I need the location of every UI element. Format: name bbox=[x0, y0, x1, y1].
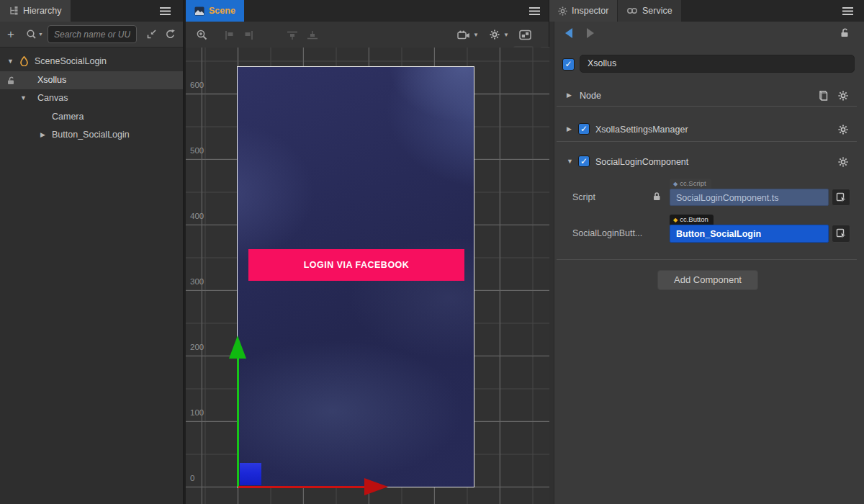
inspector-gear-icon bbox=[558, 6, 567, 16]
tab-service-label: Service bbox=[642, 6, 672, 16]
inspector-panel: Inspector Service ✓ Xsollus ▶ Node ▶ ✓ X… bbox=[549, 0, 864, 504]
add-component-button[interactable]: Add Component bbox=[657, 270, 758, 290]
tree-item-label: Xsollus bbox=[37, 71, 183, 90]
axis-x-arrow-icon[interactable] bbox=[364, 478, 388, 495]
layout-grid-icon[interactable] bbox=[519, 30, 531, 40]
tree-item-xsollus[interactable]: Xsollus bbox=[0, 71, 183, 90]
type-badge: ◆cc.Button bbox=[670, 215, 714, 225]
component-title: XsollaSettingsManager bbox=[595, 125, 688, 135]
ruler-label: 500 bbox=[190, 146, 204, 155]
type-diamond-icon: ◆ bbox=[673, 217, 678, 223]
section-divider bbox=[557, 141, 857, 142]
tree-item-canvas[interactable]: ▼ Canvas bbox=[0, 89, 183, 108]
type-badge: ◆cc.Script bbox=[670, 179, 711, 189]
scene-tabbar: Scene bbox=[186, 0, 549, 22]
component-arrow-icon[interactable]: ▼ bbox=[567, 158, 573, 165]
script-reference-field[interactable]: SocialLoginComponent.ts bbox=[670, 189, 829, 206]
lock-icon bbox=[652, 192, 662, 201]
hierarchy-panel: Hierarchy + ▼ ▼ SceneSocialLogin bbox=[0, 0, 184, 504]
login-via-facebook-button[interactable]: LOGIN VIA FACEBOOK bbox=[248, 249, 464, 281]
expand-arrow-icon[interactable]: ▼ bbox=[20, 89, 27, 108]
ruler-label: 100 bbox=[190, 408, 204, 417]
ruler-label: 0 bbox=[190, 474, 194, 482]
expand-arrow-icon[interactable]: ▼ bbox=[7, 53, 14, 71]
axis-y-arrow-icon[interactable] bbox=[229, 336, 246, 359]
tab-service[interactable]: Service bbox=[618, 0, 681, 22]
node-active-checkbox[interactable]: ✓ bbox=[562, 58, 575, 71]
tab-inspector-label: Inspector bbox=[572, 6, 608, 16]
tree-item-label: Camera bbox=[52, 108, 183, 127]
search-filter-caret-icon[interactable]: ▼ bbox=[38, 32, 43, 37]
component-enabled-checkbox[interactable]: ✓ bbox=[578, 156, 590, 167]
component-gear-icon[interactable] bbox=[838, 157, 848, 167]
settings-caret-icon[interactable]: ▼ bbox=[503, 32, 509, 38]
lock-icon[interactable] bbox=[6, 76, 16, 85]
gizmo-origin-handle[interactable] bbox=[240, 463, 261, 485]
node-book-icon[interactable] bbox=[817, 90, 829, 102]
unlock-icon[interactable] bbox=[840, 27, 850, 38]
property-label: SocialLoginButt... bbox=[572, 228, 642, 238]
search-input[interactable] bbox=[48, 25, 137, 43]
align-left-icon bbox=[223, 30, 235, 40]
tree-item-label: Button_SocialLogin bbox=[52, 126, 183, 145]
scene-viewport[interactable]: 600 500 400 300 200 100 0 LOGIN VIA FACE… bbox=[186, 48, 549, 504]
search-filter-icon[interactable] bbox=[26, 29, 38, 40]
hierarchy-toolbar: + ▼ bbox=[0, 22, 183, 48]
node-gear-icon[interactable] bbox=[838, 91, 848, 101]
distribute-bottom-icon bbox=[307, 30, 318, 40]
zoom-tool-icon[interactable] bbox=[196, 29, 208, 41]
tree-item-camera[interactable]: Camera bbox=[0, 108, 183, 127]
tab-hierarchy-label: Hierarchy bbox=[23, 6, 62, 16]
axis-x-shaft[interactable] bbox=[238, 486, 366, 488]
service-link-icon bbox=[626, 7, 638, 14]
ruler-label: 200 bbox=[190, 343, 204, 351]
collapsed-arrow-icon[interactable]: ▶ bbox=[40, 126, 45, 145]
align-right-icon bbox=[243, 30, 255, 40]
hierarchy-tree-icon bbox=[9, 6, 19, 16]
axis-y-shaft[interactable] bbox=[237, 358, 239, 487]
tab-scene[interactable]: Scene bbox=[186, 0, 244, 22]
scene-settings-gear-icon[interactable] bbox=[490, 30, 500, 40]
scene-droplet-icon bbox=[20, 56, 28, 66]
distribute-top-icon bbox=[287, 30, 298, 40]
inspector-tabbar: Inspector Service bbox=[549, 0, 864, 22]
tree-item-button-sociallogin[interactable]: ▶ Button_SocialLogin bbox=[0, 126, 183, 145]
scene-canvas-preview[interactable]: LOGIN VIA FACEBOOK bbox=[237, 66, 474, 487]
scene-menu-icon[interactable] bbox=[529, 7, 540, 9]
inspector-nav-row bbox=[549, 22, 864, 43]
nav-forward-icon[interactable] bbox=[587, 28, 594, 38]
collapse-all-icon[interactable] bbox=[146, 29, 157, 40]
node-section-title: Node bbox=[580, 91, 601, 101]
scene-image-icon bbox=[194, 6, 204, 16]
scene-toolbar: Default De... ▼ ▼ ▼ bbox=[186, 22, 549, 48]
tree-item-label: SceneSocialLogin bbox=[35, 53, 183, 71]
node-picker-icon[interactable] bbox=[832, 225, 850, 243]
ruler-label: 600 bbox=[190, 81, 204, 89]
component-title: SocialLoginComponent bbox=[595, 157, 688, 167]
hierarchy-tabbar: Hierarchy bbox=[0, 0, 183, 22]
inspector-scroll-strip[interactable] bbox=[549, 22, 554, 504]
camera-preview-icon[interactable] bbox=[457, 30, 470, 40]
tab-hierarchy[interactable]: Hierarchy bbox=[0, 0, 71, 22]
nav-back-icon[interactable] bbox=[565, 28, 572, 38]
inspector-menu-icon[interactable] bbox=[842, 7, 853, 9]
component-enabled-checkbox[interactable]: ✓ bbox=[578, 123, 590, 135]
type-diamond-icon: ◆ bbox=[673, 181, 678, 187]
scene-panel: Scene Default De... ▼ ▼ bbox=[186, 0, 549, 504]
component-gear-icon[interactable] bbox=[838, 125, 848, 135]
hierarchy-menu-icon[interactable] bbox=[160, 7, 171, 9]
component-arrow-icon[interactable]: ▶ bbox=[567, 125, 572, 132]
section-divider bbox=[557, 259, 857, 260]
node-name-field[interactable]: Xsollus bbox=[580, 55, 855, 73]
create-node-button[interactable]: + bbox=[7, 27, 14, 42]
tab-inspector[interactable]: Inspector bbox=[549, 0, 617, 22]
ruler-label: 400 bbox=[190, 212, 204, 220]
button-reference-field[interactable]: Button_SocialLogin bbox=[670, 225, 829, 243]
camera-caret-icon[interactable]: ▼ bbox=[473, 32, 479, 38]
hierarchy-tree: ▼ SceneSocialLogin Xsollus ▼ Canvas Came… bbox=[0, 53, 183, 145]
tree-item-scene-root[interactable]: ▼ SceneSocialLogin bbox=[0, 53, 183, 71]
refresh-icon[interactable] bbox=[165, 29, 176, 40]
node-section-arrow-icon[interactable]: ▶ bbox=[567, 91, 572, 99]
asset-picker-icon[interactable] bbox=[832, 189, 850, 206]
tab-scene-label: Scene bbox=[209, 6, 235, 16]
